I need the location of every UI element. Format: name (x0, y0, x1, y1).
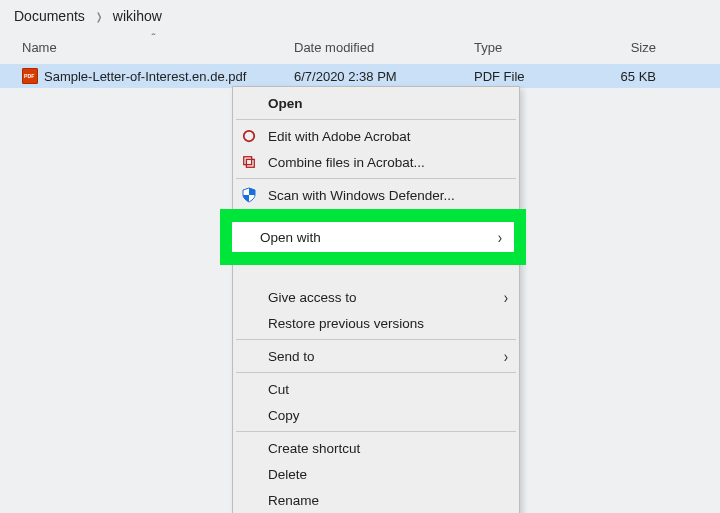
menu-restore-previous[interactable]: Restore previous versions (234, 310, 518, 336)
file-type: PDF File (474, 69, 604, 84)
column-headers: ˆ Name Date modified Type Size (0, 30, 720, 64)
menu-separator (236, 178, 516, 179)
file-name: Sample-Letter-of-Interest.en.de.pdf (44, 69, 246, 84)
menu-create-shortcut[interactable]: Create shortcut (234, 435, 518, 461)
menu-separator (236, 119, 516, 120)
blank-icon (240, 491, 258, 509)
highlight-open-with: Open with › (220, 209, 526, 265)
menu-scan-defender[interactable]: Scan with Windows Defender... (234, 182, 518, 208)
context-menu: Open Edit with Adobe Acrobat Combine fil… (232, 86, 520, 513)
menu-rename[interactable]: Rename (234, 487, 518, 513)
pdf-icon (22, 68, 38, 84)
menu-copy[interactable]: Copy (234, 402, 518, 428)
menu-delete[interactable]: Delete (234, 461, 518, 487)
menu-separator (236, 431, 516, 432)
chevron-right-icon: ❯ (96, 11, 102, 22)
chevron-right-icon: › (498, 227, 502, 247)
acrobat-icon (240, 127, 258, 145)
acrobat-combine-icon (240, 153, 258, 171)
menu-open[interactable]: Open (234, 90, 518, 116)
menu-separator (236, 339, 516, 340)
svg-rect-2 (246, 159, 254, 167)
blank-icon (240, 314, 258, 332)
blank-icon (240, 347, 258, 365)
defender-shield-icon (240, 186, 258, 204)
column-header-size[interactable]: Size (604, 40, 706, 55)
file-date: 6/7/2020 2:38 PM (294, 69, 474, 84)
svg-point-0 (244, 131, 255, 142)
blank-icon (240, 94, 258, 112)
blank-icon (240, 380, 258, 398)
svg-rect-1 (244, 157, 252, 165)
blank-icon (240, 465, 258, 483)
chevron-right-icon: › (504, 287, 508, 307)
file-size: 65 KB (604, 69, 706, 84)
sort-indicator-icon: ˆ (151, 32, 156, 42)
menu-edit-acrobat[interactable]: Edit with Adobe Acrobat (234, 123, 518, 149)
breadcrumb[interactable]: Documents ❯ wikihow (0, 0, 720, 30)
column-header-type[interactable]: Type (474, 40, 604, 55)
blank-icon (240, 288, 258, 306)
menu-combine-acrobat[interactable]: Combine files in Acrobat... (234, 149, 518, 175)
blank-icon (240, 406, 258, 424)
menu-open-with[interactable]: Open with › (232, 222, 514, 252)
column-header-date[interactable]: Date modified (294, 40, 474, 55)
blank-icon (240, 439, 258, 457)
menu-separator (236, 372, 516, 373)
breadcrumb-segment[interactable]: wikihow (113, 8, 162, 24)
menu-send-to[interactable]: Send to › (234, 343, 518, 369)
menu-cut[interactable]: Cut (234, 376, 518, 402)
breadcrumb-segment[interactable]: Documents (14, 8, 85, 24)
chevron-right-icon: › (504, 346, 508, 366)
menu-give-access[interactable]: Give access to › (234, 284, 518, 310)
file-row[interactable]: Sample-Letter-of-Interest.en.de.pdf 6/7/… (0, 64, 720, 88)
